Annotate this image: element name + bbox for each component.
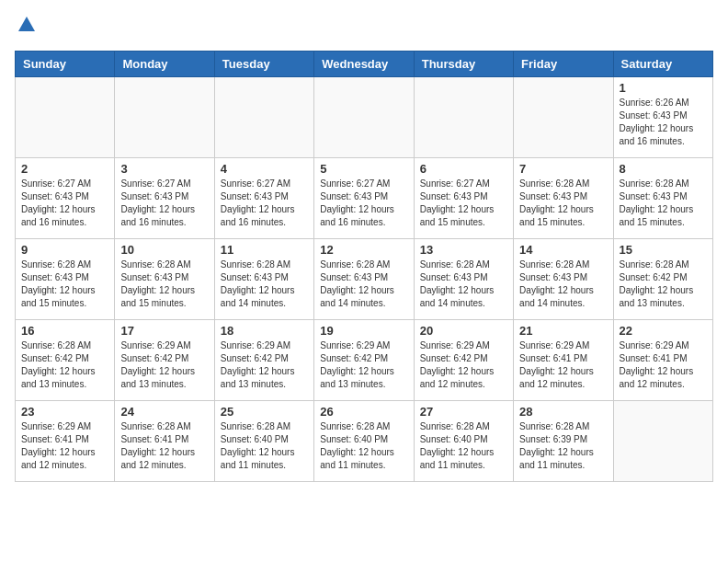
calendar-cell: 6Sunrise: 6:27 AM Sunset: 6:43 PM Daylig… xyxy=(414,158,513,239)
calendar-cell: 22Sunrise: 6:29 AM Sunset: 6:41 PM Dayli… xyxy=(613,320,712,401)
logo-icon xyxy=(17,15,37,35)
calendar-cell: 15Sunrise: 6:28 AM Sunset: 6:42 PM Dayli… xyxy=(613,239,712,320)
day-number: 23 xyxy=(21,405,108,419)
day-number: 21 xyxy=(519,324,607,338)
day-info: Sunrise: 6:28 AM Sunset: 6:41 PM Dayligh… xyxy=(120,420,208,472)
calendar-cell: 19Sunrise: 6:29 AM Sunset: 6:42 PM Dayli… xyxy=(314,320,414,401)
day-number: 3 xyxy=(120,162,208,176)
calendar-cell: 8Sunrise: 6:28 AM Sunset: 6:43 PM Daylig… xyxy=(613,158,712,239)
calendar-cell: 12Sunrise: 6:28 AM Sunset: 6:43 PM Dayli… xyxy=(314,239,414,320)
col-header-thursday: Thursday xyxy=(414,52,513,77)
calendar-cell: 10Sunrise: 6:28 AM Sunset: 6:43 PM Dayli… xyxy=(115,239,214,320)
day-number: 5 xyxy=(320,162,407,176)
calendar-cell xyxy=(314,77,414,158)
calendar-table: SundayMondayTuesdayWednesdayThursdayFrid… xyxy=(15,51,713,482)
calendar-cell xyxy=(214,77,313,158)
day-info: Sunrise: 6:28 AM Sunset: 6:39 PM Dayligh… xyxy=(519,420,607,472)
day-number: 4 xyxy=(221,162,308,176)
day-info: Sunrise: 6:28 AM Sunset: 6:43 PM Dayligh… xyxy=(420,259,507,310)
day-number: 1 xyxy=(620,81,707,95)
calendar-header-row: SundayMondayTuesdayWednesdayThursdayFrid… xyxy=(16,52,713,77)
calendar-cell: 18Sunrise: 6:29 AM Sunset: 6:42 PM Dayli… xyxy=(214,320,313,401)
day-info: Sunrise: 6:28 AM Sunset: 6:43 PM Dayligh… xyxy=(21,259,108,310)
day-info: Sunrise: 6:27 AM Sunset: 6:43 PM Dayligh… xyxy=(320,178,407,229)
day-info: Sunrise: 6:29 AM Sunset: 6:42 PM Dayligh… xyxy=(420,339,507,391)
day-number: 22 xyxy=(620,324,707,338)
day-number: 9 xyxy=(21,243,108,257)
day-info: Sunrise: 6:28 AM Sunset: 6:40 PM Dayligh… xyxy=(221,420,308,472)
day-info: Sunrise: 6:28 AM Sunset: 6:43 PM Dayligh… xyxy=(221,259,308,310)
day-number: 12 xyxy=(320,243,407,257)
calendar-cell: 26Sunrise: 6:28 AM Sunset: 6:40 PM Dayli… xyxy=(314,401,414,482)
day-number: 26 xyxy=(320,405,407,419)
calendar-cell: 14Sunrise: 6:28 AM Sunset: 6:43 PM Dayli… xyxy=(514,239,613,320)
page-header xyxy=(15,15,713,40)
calendar-cell: 16Sunrise: 6:28 AM Sunset: 6:42 PM Dayli… xyxy=(16,320,115,401)
day-info: Sunrise: 6:28 AM Sunset: 6:40 PM Dayligh… xyxy=(420,420,507,472)
calendar-cell: 24Sunrise: 6:28 AM Sunset: 6:41 PM Dayli… xyxy=(115,401,214,482)
calendar-cell: 25Sunrise: 6:28 AM Sunset: 6:40 PM Dayli… xyxy=(214,401,313,482)
calendar-cell: 13Sunrise: 6:28 AM Sunset: 6:43 PM Dayli… xyxy=(414,239,513,320)
day-info: Sunrise: 6:29 AM Sunset: 6:42 PM Dayligh… xyxy=(320,339,407,391)
day-info: Sunrise: 6:28 AM Sunset: 6:43 PM Dayligh… xyxy=(120,259,208,310)
calendar-cell: 9Sunrise: 6:28 AM Sunset: 6:43 PM Daylig… xyxy=(16,239,115,320)
calendar-cell: 1Sunrise: 6:26 AM Sunset: 6:43 PM Daylig… xyxy=(613,77,712,158)
day-number: 11 xyxy=(221,243,308,257)
week-row-3: 16Sunrise: 6:28 AM Sunset: 6:42 PM Dayli… xyxy=(16,320,713,401)
calendar-cell: 7Sunrise: 6:28 AM Sunset: 6:43 PM Daylig… xyxy=(514,158,613,239)
day-number: 19 xyxy=(320,324,407,338)
day-info: Sunrise: 6:27 AM Sunset: 6:43 PM Dayligh… xyxy=(420,178,507,229)
col-header-sunday: Sunday xyxy=(16,52,115,77)
day-number: 14 xyxy=(519,243,607,257)
week-row-2: 9Sunrise: 6:28 AM Sunset: 6:43 PM Daylig… xyxy=(16,239,713,320)
day-number: 6 xyxy=(420,162,507,176)
day-info: Sunrise: 6:29 AM Sunset: 6:41 PM Dayligh… xyxy=(620,339,707,391)
calendar-cell: 11Sunrise: 6:28 AM Sunset: 6:43 PM Dayli… xyxy=(214,239,313,320)
day-info: Sunrise: 6:28 AM Sunset: 6:40 PM Dayligh… xyxy=(320,420,407,472)
calendar-cell: 27Sunrise: 6:28 AM Sunset: 6:40 PM Dayli… xyxy=(414,401,513,482)
day-number: 18 xyxy=(221,324,308,338)
calendar-cell: 2Sunrise: 6:27 AM Sunset: 6:43 PM Daylig… xyxy=(16,158,115,239)
day-info: Sunrise: 6:29 AM Sunset: 6:41 PM Dayligh… xyxy=(519,339,607,391)
day-info: Sunrise: 6:27 AM Sunset: 6:43 PM Dayligh… xyxy=(221,178,308,229)
calendar-cell xyxy=(16,77,115,158)
day-number: 8 xyxy=(620,162,707,176)
week-row-4: 23Sunrise: 6:29 AM Sunset: 6:41 PM Dayli… xyxy=(16,401,713,482)
day-number: 24 xyxy=(120,405,208,419)
calendar-cell: 3Sunrise: 6:27 AM Sunset: 6:43 PM Daylig… xyxy=(115,158,214,239)
day-number: 17 xyxy=(120,324,208,338)
day-number: 27 xyxy=(420,405,507,419)
day-number: 10 xyxy=(120,243,208,257)
day-number: 28 xyxy=(519,405,607,419)
calendar-cell: 23Sunrise: 6:29 AM Sunset: 6:41 PM Dayli… xyxy=(16,401,115,482)
col-header-saturday: Saturday xyxy=(613,52,712,77)
day-info: Sunrise: 6:28 AM Sunset: 6:42 PM Dayligh… xyxy=(21,339,108,391)
day-number: 13 xyxy=(420,243,507,257)
day-info: Sunrise: 6:28 AM Sunset: 6:43 PM Dayligh… xyxy=(620,178,707,229)
calendar-cell: 4Sunrise: 6:27 AM Sunset: 6:43 PM Daylig… xyxy=(214,158,313,239)
calendar-cell xyxy=(514,77,613,158)
day-info: Sunrise: 6:28 AM Sunset: 6:43 PM Dayligh… xyxy=(320,259,407,310)
day-info: Sunrise: 6:29 AM Sunset: 6:41 PM Dayligh… xyxy=(21,420,108,472)
day-info: Sunrise: 6:29 AM Sunset: 6:42 PM Dayligh… xyxy=(120,339,208,391)
calendar-cell xyxy=(613,401,712,482)
svg-marker-0 xyxy=(18,17,35,31)
calendar-cell: 21Sunrise: 6:29 AM Sunset: 6:41 PM Dayli… xyxy=(514,320,613,401)
col-header-monday: Monday xyxy=(115,52,214,77)
calendar-cell: 5Sunrise: 6:27 AM Sunset: 6:43 PM Daylig… xyxy=(314,158,414,239)
col-header-wednesday: Wednesday xyxy=(314,52,414,77)
day-info: Sunrise: 6:28 AM Sunset: 6:42 PM Dayligh… xyxy=(620,259,707,310)
calendar-cell: 28Sunrise: 6:28 AM Sunset: 6:39 PM Dayli… xyxy=(514,401,613,482)
day-number: 2 xyxy=(21,162,108,176)
calendar-cell: 17Sunrise: 6:29 AM Sunset: 6:42 PM Dayli… xyxy=(115,320,214,401)
day-info: Sunrise: 6:28 AM Sunset: 6:43 PM Dayligh… xyxy=(519,178,607,229)
day-info: Sunrise: 6:29 AM Sunset: 6:42 PM Dayligh… xyxy=(221,339,308,391)
day-number: 20 xyxy=(420,324,507,338)
calendar-cell xyxy=(115,77,214,158)
day-number: 16 xyxy=(21,324,108,338)
logo xyxy=(15,15,37,40)
day-info: Sunrise: 6:26 AM Sunset: 6:43 PM Dayligh… xyxy=(620,97,707,148)
week-row-0: 1Sunrise: 6:26 AM Sunset: 6:43 PM Daylig… xyxy=(16,77,713,158)
week-row-1: 2Sunrise: 6:27 AM Sunset: 6:43 PM Daylig… xyxy=(16,158,713,239)
day-number: 15 xyxy=(620,243,707,257)
